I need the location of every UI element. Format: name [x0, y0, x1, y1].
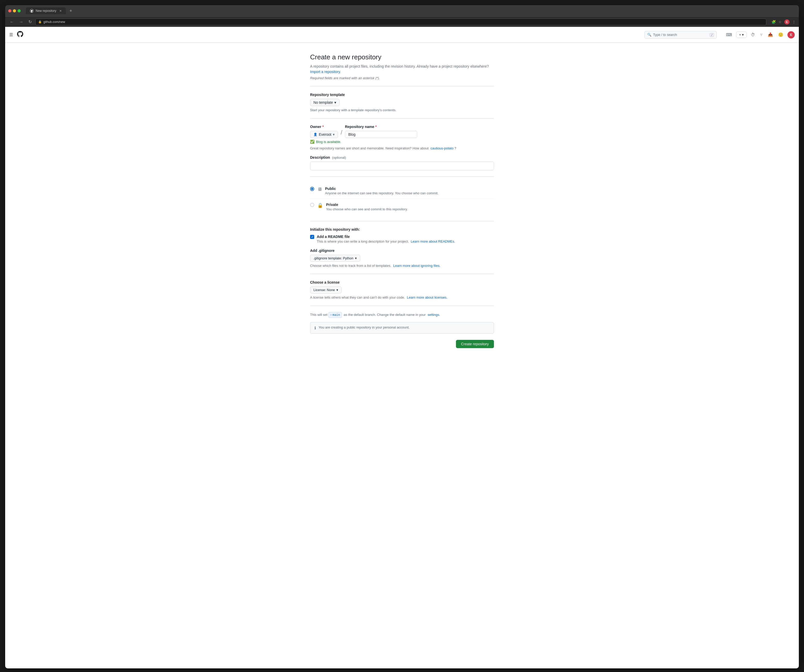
maximize-window-button[interactable]	[18, 9, 21, 12]
private-description: You choose who can see and commit to thi…	[326, 207, 408, 211]
create-button-row: Create repository	[310, 340, 494, 348]
page-subtitle: A repository contains all project files,…	[310, 64, 494, 75]
private-radio-content: Private You choose who can see and commi…	[326, 202, 408, 211]
plus-icon: +	[739, 33, 741, 37]
extensions-icon[interactable]: 🧩	[771, 20, 776, 24]
availability-text: Blog is available.	[316, 140, 342, 144]
owner-repo-section: Owner * 👤 Everoot ▾ / Repository name	[310, 125, 494, 150]
init-section: Initialize this repository with: ✓ Add a…	[310, 227, 494, 243]
gitignore-section: Add .gitignore .gitignore template: Pyth…	[310, 248, 494, 267]
globe-icon: 🖥	[317, 187, 322, 192]
gitignore-chevron-icon: ▾	[355, 256, 357, 260]
import-link[interactable]: Import a repository.	[310, 70, 341, 74]
hamburger-icon[interactable]: ☰	[9, 32, 13, 37]
gitignore-dropdown[interactable]: .gitignore template: Python ▾	[310, 255, 360, 262]
visibility-section: 🖥 Public Anyone on the internet can see …	[310, 183, 494, 215]
header-actions: ⌨ + ▾ ⏱ ⑂ 📥 🙂 E	[725, 31, 795, 38]
owner-label: Owner *	[310, 125, 338, 129]
readme-label: Add a README file	[317, 235, 455, 239]
repo-name-input[interactable]	[345, 131, 417, 138]
person-icon: 👤	[314, 133, 317, 136]
tab-favicon	[30, 9, 34, 13]
availability-message: ✅ Blog is available.	[310, 140, 494, 144]
divider	[310, 86, 494, 86]
owner-dropdown[interactable]: 👤 Everoot ▾	[310, 131, 338, 138]
template-value: No template	[314, 100, 333, 104]
new-tab-button[interactable]: +	[69, 8, 72, 14]
inspiration-text: Great repository names are short and mem…	[310, 146, 494, 150]
path-slash: /	[338, 129, 345, 138]
minimize-window-button[interactable]	[13, 9, 16, 12]
init-title: Initialize this repository with:	[310, 227, 494, 232]
private-radio-option[interactable]: 🔒 Private You choose who can see and com…	[310, 199, 494, 215]
merge-icon[interactable]: ⑂	[759, 31, 764, 38]
create-repository-button[interactable]: Create repository	[456, 340, 494, 348]
branch-tag: ⑂ main	[328, 312, 342, 318]
inbox-icon[interactable]: 📥	[767, 31, 774, 38]
lock-icon: 🔒	[38, 20, 42, 23]
bookmark-icon[interactable]: ☆	[778, 20, 782, 24]
gitignore-learn-link[interactable]: Learn more about ignoring files.	[393, 264, 440, 267]
close-window-button[interactable]	[8, 9, 11, 12]
github-logo[interactable]	[17, 31, 23, 39]
template-label: Repository template	[310, 93, 494, 97]
subtitle-text: A repository contains all project files,…	[310, 64, 489, 69]
browser-toolbar: ← → ↻ 🔒 github.com/new 🧩 ☆ E ⋮	[5, 16, 799, 27]
suggestion-link[interactable]: cautious-potato	[430, 146, 453, 150]
tab-close-button[interactable]: ✕	[59, 9, 62, 13]
settings-link[interactable]: settings.	[428, 313, 440, 316]
description-input[interactable]	[310, 161, 494, 170]
template-dropdown[interactable]: No template ▾	[310, 99, 340, 106]
info-icon: ℹ	[314, 326, 316, 330]
smiley-icon[interactable]: 🙂	[777, 31, 784, 38]
forward-button[interactable]: →	[18, 19, 25, 25]
gitignore-title: Add .gitignore	[310, 248, 494, 253]
readme-option: ✓ Add a README file This is where you ca…	[310, 235, 494, 243]
browser-titlebar: New repository ✕ +	[5, 5, 799, 16]
page-title: Create a new repository	[310, 53, 494, 61]
branch-info: This will set ⑂ main as the default bran…	[310, 312, 494, 318]
slash-shortcut: /	[710, 33, 714, 37]
license-learn-link[interactable]: Learn more about licenses.	[407, 295, 448, 299]
owner-repo-row: Owner * 👤 Everoot ▾ / Repository name	[310, 125, 494, 138]
readme-learn-link[interactable]: Learn more about READMEs.	[411, 240, 455, 243]
back-button[interactable]: ←	[8, 19, 15, 25]
divider-5	[310, 274, 494, 274]
refresh-button[interactable]: ↻	[27, 18, 33, 25]
public-label: Public	[325, 187, 438, 191]
readme-content: Add a README file This is where you can …	[317, 235, 455, 243]
public-radio-button[interactable]	[310, 187, 314, 191]
owner-asterisk: *	[322, 125, 324, 129]
private-radio-button[interactable]	[310, 203, 314, 207]
timer-icon[interactable]: ⏱	[750, 31, 756, 38]
public-description: Anyone on the internet can see this repo…	[325, 191, 438, 195]
dropdown-chevron-icon: ▾	[742, 33, 744, 37]
new-button[interactable]: + ▾	[736, 31, 747, 38]
address-bar[interactable]: 🔒 github.com/new	[35, 19, 766, 25]
profile-icon[interactable]: E	[784, 20, 789, 24]
browser-tab[interactable]: New repository ✕	[26, 8, 66, 14]
owner-chevron-icon: ▾	[333, 132, 335, 137]
repo-name-label: Repository name *	[345, 125, 417, 129]
search-bar[interactable]: 🔍 Type / to search /	[644, 31, 717, 39]
public-radio-option[interactable]: 🖥 Public Anyone on the internet can see …	[310, 183, 494, 199]
public-radio-content: Public Anyone on the internet can see th…	[325, 187, 438, 195]
terminal-icon[interactable]: ⌨	[725, 31, 733, 38]
divider-4	[310, 221, 494, 221]
divider-6	[310, 305, 494, 306]
repo-name-section: Repository name *	[345, 125, 417, 138]
info-text: You are creating a public repository in …	[319, 325, 410, 329]
branch-icon: ⑂	[330, 313, 332, 317]
user-avatar[interactable]: E	[788, 31, 795, 38]
readme-checkbox[interactable]: ✓	[310, 235, 314, 239]
readme-hint: This is where you can write a long descr…	[317, 240, 455, 243]
search-placeholder: Type / to search	[653, 33, 677, 37]
license-dropdown[interactable]: License: None ▾	[310, 287, 342, 294]
owner-section: Owner * 👤 Everoot ▾	[310, 125, 338, 138]
menu-icon[interactable]: ⋮	[792, 20, 796, 24]
repo-asterisk: *	[375, 125, 376, 129]
license-hint: A license tells others what they can and…	[310, 295, 494, 299]
gitignore-hint: Choose which files not to track from a l…	[310, 264, 494, 267]
license-chevron-icon: ▾	[337, 288, 338, 292]
template-section: Repository template No template ▾ Start …	[310, 93, 494, 112]
